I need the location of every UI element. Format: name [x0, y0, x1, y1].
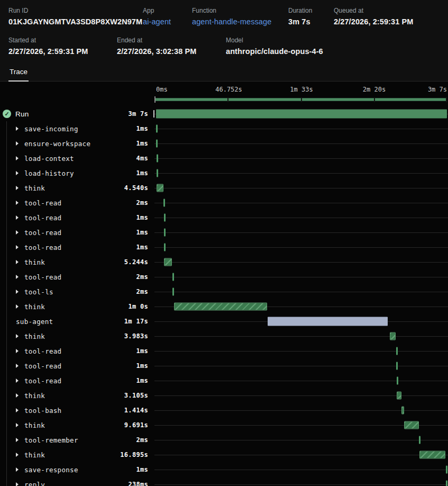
- span-bar[interactable]: [390, 332, 396, 340]
- span-duration: 1m 17s: [124, 318, 153, 325]
- span-bar[interactable]: [174, 303, 267, 311]
- expand-arrow-icon[interactable]: [16, 423, 19, 427]
- expand-arrow-icon[interactable]: [16, 156, 19, 160]
- span-bar[interactable]: [164, 214, 166, 222]
- trace-row[interactable]: sub-agent 1m 17s: [0, 314, 448, 329]
- span-duration: 3m 7s: [128, 110, 153, 118]
- expand-arrow-icon[interactable]: [16, 438, 19, 442]
- trace-row[interactable]: think 3.105s: [0, 388, 448, 403]
- trace-row[interactable]: tool-read 2ms: [0, 195, 448, 210]
- trace-row[interactable]: ✓ Run 3m 7s: [0, 106, 448, 121]
- header-field-value: 2/27/2026, 2:59:31 PM: [8, 47, 117, 56]
- span-bar[interactable]: [156, 110, 447, 119]
- expand-arrow-icon[interactable]: [16, 482, 19, 486]
- trace-row[interactable]: load-history 1ms: [0, 166, 448, 181]
- span-name: think: [24, 392, 45, 400]
- span-bar[interactable]: [419, 436, 420, 444]
- trace-row[interactable]: tool-bash 1.414s: [0, 403, 448, 418]
- span-duration: 3.983s: [124, 332, 153, 340]
- expand-arrow-icon[interactable]: [16, 349, 19, 353]
- span-duration: 5.244s: [124, 258, 153, 266]
- expand-arrow-icon[interactable]: [16, 304, 19, 309]
- span-bar[interactable]: [164, 229, 166, 237]
- span-bar[interactable]: [404, 421, 419, 429]
- trace-row[interactable]: save-response 1ms: [0, 462, 448, 477]
- span-duration: 238ms: [128, 481, 153, 486]
- span-bar[interactable]: [446, 481, 447, 486]
- trace-row[interactable]: reply 238ms: [0, 477, 448, 486]
- trace-rows: ✓ Run 3m 7s save-incoming 1ms: [0, 106, 448, 486]
- trace-row[interactable]: tool-read 1ms: [0, 240, 448, 255]
- span-bar[interactable]: [396, 347, 398, 355]
- expand-arrow-icon[interactable]: [16, 364, 19, 368]
- trace-row-label-cell: reply 238ms: [0, 477, 153, 486]
- span-name: save-response: [24, 466, 78, 474]
- expand-arrow-icon[interactable]: [16, 290, 19, 294]
- trace-row[interactable]: save-incoming 1ms: [0, 121, 448, 136]
- tab-trace[interactable]: Trace: [8, 66, 29, 82]
- expand-arrow-icon[interactable]: [16, 393, 19, 398]
- span-bar[interactable]: [446, 466, 447, 474]
- span-bar[interactable]: [157, 169, 158, 177]
- span-bar[interactable]: [163, 199, 165, 207]
- trace-row[interactable]: think 1m 0s: [0, 299, 448, 314]
- axis-tick-label: 1m 33s: [290, 86, 313, 93]
- span-bar[interactable]: [156, 140, 158, 148]
- trace-row-label-cell: tool-remember 2ms: [0, 433, 153, 447]
- expand-arrow-icon[interactable]: [16, 201, 19, 205]
- trace-row-label-cell: ✓ Run 3m 7s: [0, 106, 153, 121]
- expand-arrow-icon[interactable]: [16, 260, 19, 264]
- expand-arrow-icon[interactable]: [16, 408, 19, 412]
- expand-arrow-icon[interactable]: [16, 379, 19, 383]
- span-name: tool-read: [24, 362, 61, 370]
- trace-row[interactable]: think 9.691s: [0, 418, 448, 433]
- span-bar[interactable]: [157, 184, 163, 192]
- span-name: tool-ls: [24, 288, 53, 296]
- trace-row[interactable]: think 4.540s: [0, 181, 448, 195]
- trace-row[interactable]: think 3.983s: [0, 329, 448, 344]
- expand-arrow-icon[interactable]: [16, 275, 19, 279]
- span-bar[interactable]: [164, 244, 166, 251]
- trace-row[interactable]: think 16.895s: [0, 447, 448, 462]
- trace-row[interactable]: think 5.244s: [0, 255, 448, 269]
- trace-row[interactable]: tool-read 1ms: [0, 358, 448, 373]
- expand-arrow-icon[interactable]: [16, 171, 19, 175]
- span-bar[interactable]: [268, 317, 387, 326]
- trace-row[interactable]: tool-read 1ms: [0, 210, 448, 225]
- span-bar[interactable]: [172, 273, 174, 281]
- timeline-minimap[interactable]: [154, 97, 447, 103]
- expand-arrow-icon[interactable]: [16, 453, 19, 457]
- trace-row[interactable]: tool-ls 2ms: [0, 284, 448, 299]
- header-field: Ended at 2/27/2026, 3:02:38 PM: [117, 37, 226, 56]
- expand-arrow-icon[interactable]: [16, 245, 19, 249]
- expand-arrow-icon[interactable]: [16, 230, 19, 235]
- header-field-label: Queued at: [334, 7, 413, 14]
- expand-arrow-icon[interactable]: [16, 127, 19, 131]
- span-bar[interactable]: [401, 407, 404, 415]
- expand-arrow-icon[interactable]: [16, 141, 19, 146]
- span-bar[interactable]: [419, 451, 446, 459]
- expand-arrow-icon[interactable]: [16, 467, 19, 472]
- trace-row[interactable]: ensure-workspace 1ms: [0, 136, 448, 151]
- trace-row[interactable]: tool-read 1ms: [0, 373, 448, 388]
- header-field-link[interactable]: ai-agent: [143, 17, 192, 26]
- trace-row[interactable]: tool-read 1ms: [0, 225, 448, 240]
- span-bar[interactable]: [156, 125, 158, 133]
- header-field-link[interactable]: agent-handle-message: [192, 17, 288, 26]
- span-duration: 3.105s: [124, 392, 153, 399]
- expand-arrow-icon[interactable]: [16, 215, 19, 220]
- span-bar[interactable]: [396, 362, 398, 370]
- trace-row[interactable]: tool-read 1ms: [0, 344, 448, 358]
- success-check-icon: ✓: [3, 110, 11, 118]
- trace-row[interactable]: load-context 4ms: [0, 151, 448, 166]
- span-bar[interactable]: [164, 258, 172, 266]
- span-bar[interactable]: [397, 377, 398, 385]
- expand-arrow-icon[interactable]: [16, 186, 19, 190]
- span-bar[interactable]: [172, 288, 174, 296]
- trace-row[interactable]: tool-remember 2ms: [0, 433, 448, 447]
- expand-arrow-icon[interactable]: [16, 334, 19, 338]
- trace-row[interactable]: tool-read 2ms: [0, 269, 448, 284]
- trace-row-label-cell: load-context 4ms: [0, 151, 153, 166]
- span-bar[interactable]: [397, 392, 401, 400]
- span-bar[interactable]: [157, 155, 158, 163]
